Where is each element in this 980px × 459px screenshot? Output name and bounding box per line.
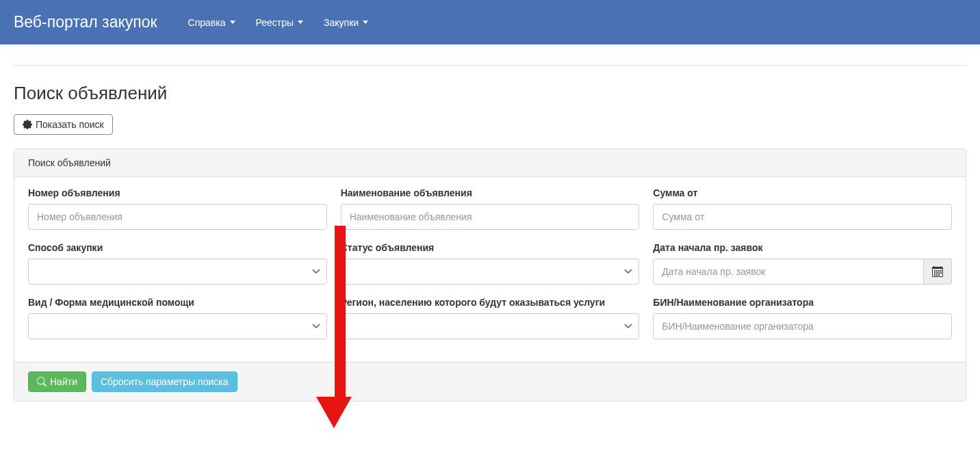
field-start-date: Дата начала пр. заявок [653, 242, 952, 285]
input-ad-name[interactable] [341, 204, 640, 230]
nav-item-label: Справка [188, 17, 226, 28]
nav-item-reestry[interactable]: Реестры [246, 10, 314, 35]
caret-down-icon [298, 21, 303, 24]
show-search-button[interactable]: Показать поиск [14, 114, 113, 135]
page-title: Поиск объявлений [14, 83, 966, 104]
form-row-1: Номер объявления Наименование объявления… [28, 187, 952, 230]
field-purchase-method: Способ закупки [28, 242, 327, 285]
calendar-button[interactable] [924, 259, 952, 285]
label-start-date: Дата начала пр. заявок [653, 242, 952, 253]
caret-down-icon [230, 21, 235, 24]
label-purchase-method: Способ закупки [28, 242, 327, 253]
field-ad-number: Номер объявления [28, 187, 327, 230]
field-ad-name: Наименование объявления [341, 187, 640, 230]
form-row-3: Вид / Форма медицинской помощи Регион, н… [28, 297, 952, 339]
label-med-form: Вид / Форма медицинской помощи [28, 297, 327, 308]
label-ad-name: Наименование объявления [341, 187, 640, 198]
label-sum-from: Сумма от [653, 187, 952, 198]
select-purchase-method[interactable] [28, 259, 327, 285]
nav-item-spravka[interactable]: Справка [178, 10, 246, 35]
input-ad-number[interactable] [28, 204, 327, 230]
search-panel: Поиск объявлений Номер объявления Наимен… [14, 148, 966, 402]
input-sum-from[interactable] [653, 204, 952, 230]
find-label: Найти [50, 376, 77, 387]
label-region: Регион, населению которого будут оказыва… [341, 297, 640, 308]
select-ad-status[interactable] [341, 259, 640, 285]
caret-down-icon [363, 21, 368, 24]
field-sum-from: Сумма от [653, 187, 952, 230]
panel-heading: Поиск объявлений [14, 149, 966, 177]
separator [14, 65, 966, 66]
select-med-form[interactable] [28, 313, 327, 339]
main-container: Поиск объявлений Показать поиск Поиск об… [0, 44, 980, 415]
field-med-form: Вид / Форма медицинской помощи [28, 297, 327, 339]
field-ad-status: Статус объявления [341, 242, 640, 285]
reset-label: Сбросить параметры поиска [101, 376, 229, 387]
nav-item-label: Реестры [256, 17, 294, 28]
navbar-brand[interactable]: Веб-портал закупок [14, 13, 157, 31]
reset-button[interactable]: Сбросить параметры поиска [92, 371, 237, 392]
gear-icon [23, 120, 32, 129]
select-region[interactable] [341, 313, 640, 339]
label-bin-org: БИН/Наименование организатора [653, 297, 952, 308]
show-search-label: Показать поиск [36, 119, 104, 130]
panel-body: Номер объявления Наименование объявления… [14, 177, 966, 362]
panel-footer: Найти Сбросить параметры поиска [14, 362, 966, 401]
input-start-date[interactable] [653, 259, 923, 285]
calendar-icon [932, 266, 943, 277]
input-bin-org[interactable] [653, 313, 952, 339]
label-ad-number: Номер объявления [28, 187, 327, 198]
nav-item-label: Закупки [324, 17, 359, 28]
find-button[interactable]: Найти [28, 371, 86, 392]
field-bin-org: БИН/Наименование организатора [653, 297, 952, 339]
navbar: Веб-портал закупок Справка Реестры Закуп… [0, 0, 980, 44]
search-icon [37, 377, 47, 386]
form-row-2: Способ закупки Статус объявления [28, 242, 952, 285]
label-ad-status: Статус объявления [341, 242, 640, 253]
field-region: Регион, населению которого будут оказыва… [341, 297, 640, 339]
nav-item-zakupki[interactable]: Закупки [313, 10, 378, 35]
